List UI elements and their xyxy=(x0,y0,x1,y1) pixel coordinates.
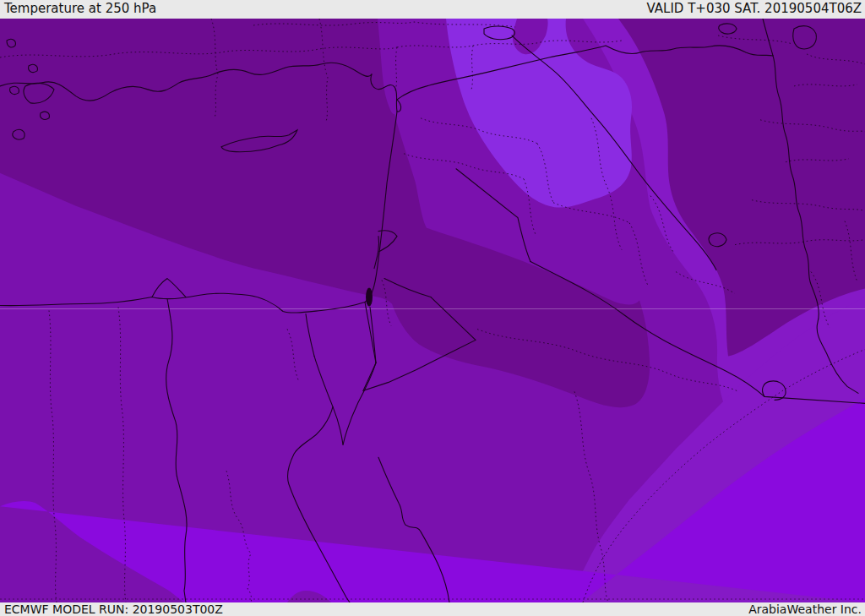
header-bar: Temperature at 250 hPa VALID T+030 SAT. … xyxy=(0,0,865,19)
credit-label: ArabiaWeather Inc. xyxy=(748,602,862,616)
map-title: Temperature at 250 hPa xyxy=(4,1,156,16)
temperature-map xyxy=(0,19,865,602)
model-run-label: ECMWF MODEL RUN: 20190503T00Z xyxy=(4,602,223,616)
footer-bar: ECMWF MODEL RUN: 20190503T00Z ArabiaWeat… xyxy=(0,602,865,616)
map-canvas xyxy=(0,19,865,602)
weather-map-screenshot: Temperature at 250 hPa VALID T+030 SAT. … xyxy=(0,0,865,616)
valid-time-label: VALID T+030 SAT. 20190504T06Z xyxy=(647,1,862,16)
dead-sea xyxy=(366,288,373,307)
